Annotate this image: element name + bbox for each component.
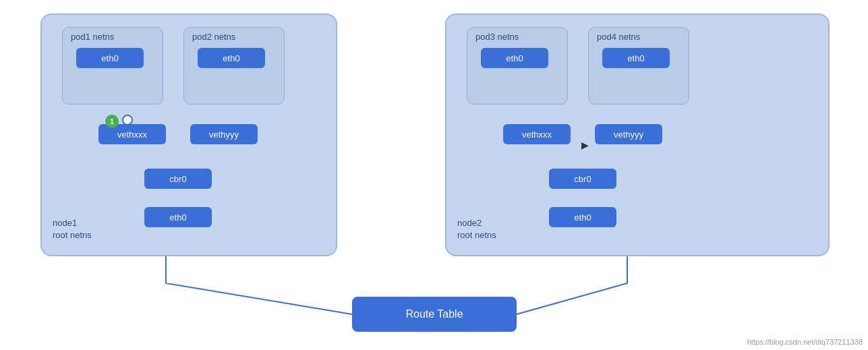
pod2-eth0: eth0 bbox=[198, 48, 265, 68]
route-table-label: Route Table bbox=[405, 308, 463, 320]
node1-label: node1root netns bbox=[53, 217, 92, 241]
node2-cbr0: cbr0 bbox=[549, 169, 616, 189]
watermark: https://blog.csdn.net/diq737211338 bbox=[747, 338, 863, 346]
node2-label: node2root netns bbox=[457, 217, 496, 241]
pod2-netns-label: pod2 netns bbox=[192, 32, 235, 42]
node2-vethxxx: vethxxx bbox=[503, 124, 571, 144]
route-table-box: Route Table bbox=[352, 297, 517, 332]
node2-eth0: eth0 bbox=[549, 207, 616, 227]
pod1-netns-label: pod1 netns bbox=[71, 32, 114, 42]
node1-cbr0: cbr0 bbox=[144, 169, 212, 189]
pod4-eth0: eth0 bbox=[602, 48, 670, 68]
node1-vethyyy: vethyyy bbox=[190, 124, 258, 144]
cursor-indicator: ▶ bbox=[581, 140, 589, 150]
pod2-netns: pod2 netns eth0 bbox=[183, 27, 285, 105]
node2-box: pod3 netns eth0 pod4 netns eth0 vethxxx … bbox=[445, 13, 830, 256]
pod4-netns: pod4 netns eth0 bbox=[588, 27, 689, 105]
pod4-netns-label: pod4 netns bbox=[597, 32, 640, 42]
pod1-netns: pod1 netns eth0 bbox=[62, 27, 163, 105]
pod3-netns-label: pod3 netns bbox=[475, 32, 519, 42]
diagram-container: pod1 netns eth0 pod2 netns eth0 1 vethxx… bbox=[0, 0, 868, 350]
node1-box: pod1 netns eth0 pod2 netns eth0 1 vethxx… bbox=[40, 13, 337, 256]
node2-vethyyy: vethyyy bbox=[595, 124, 662, 144]
node1-eth0: eth0 bbox=[144, 207, 212, 227]
node1-circle-connector bbox=[122, 115, 133, 125]
pod1-eth0: eth0 bbox=[76, 48, 144, 68]
node1-badge: 1 bbox=[105, 115, 119, 128]
pod3-eth0: eth0 bbox=[481, 48, 548, 68]
pod3-netns: pod3 netns eth0 bbox=[467, 27, 568, 105]
